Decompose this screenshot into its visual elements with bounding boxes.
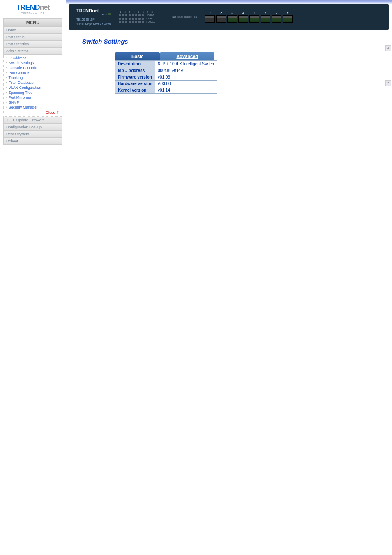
submenu-filter-database[interactable]: Filter Database: [4, 80, 62, 85]
device-model1: TE100-S810Fi: [76, 18, 111, 21]
tab-basic[interactable]: Basic: [115, 52, 160, 60]
device-logo: TRENDnet: [76, 8, 111, 13]
top-gradient: [66, 0, 392, 4]
scroll-down-icon[interactable]: ▾: [385, 80, 391, 86]
device-panel: TRENDnet PCB: TE100-S810Fi 10/100Mbps NW…: [69, 4, 389, 30]
submenu-snmp[interactable]: SNMP: [4, 100, 62, 105]
menu-port-statistics[interactable]: Port Statistics: [3, 41, 62, 48]
device-pcb: PCB:: [76, 13, 111, 16]
tab-advanced[interactable]: Advanced: [160, 52, 214, 60]
submenu-trunking[interactable]: Trunking: [4, 75, 62, 80]
close-arrow-icon: ⬆: [56, 111, 60, 115]
submenu-close[interactable]: Close ⬆: [4, 110, 62, 116]
led-label-fdcol: FD/COL: [146, 21, 155, 23]
submenu-port-mirroring[interactable]: Port Mirroring: [4, 95, 62, 100]
led-label-link: LK/ACT: [146, 17, 155, 20]
menu-reboot[interactable]: Reboot: [3, 138, 62, 145]
submenu-spanning-tree[interactable]: Spanning Tree: [4, 90, 62, 95]
ports-section: 12345678: [205, 12, 293, 23]
menu-administrator[interactable]: Administrator: [3, 48, 62, 55]
port-4[interactable]: [238, 15, 248, 23]
divider: [164, 9, 164, 25]
port-1[interactable]: [205, 15, 215, 23]
menu-home[interactable]: Home: [3, 27, 62, 34]
label-hardware: Hardware version: [115, 81, 155, 87]
port-5[interactable]: [249, 15, 259, 23]
menu-tftp[interactable]: TFTP Update Firmware: [3, 117, 62, 124]
submenu-port-controls[interactable]: Port Controls: [4, 70, 62, 75]
table-row: Description 6TP + 100FX Intelligent Swit…: [115, 61, 217, 67]
value-description: 6TP + 100FX Intelligent Switch: [155, 61, 217, 67]
menu-config-backup[interactable]: Configuration Backup: [3, 124, 62, 131]
logo-part1: TREND: [16, 3, 40, 12]
brand-logo: TRENDnet TRENDware, USA: [3, 3, 62, 14]
menu-port-status[interactable]: Port Status: [3, 34, 62, 41]
table-row: Firmware version v01.03: [115, 74, 217, 81]
submenu-switch-settings[interactable]: Switch Settings: [4, 60, 62, 65]
logo-tagline: TRENDware, USA: [21, 12, 44, 14]
tabs: Basic Advanced: [115, 52, 376, 60]
value-hardware: A03.00: [155, 81, 217, 87]
value-kernel: v01.14: [155, 87, 217, 94]
port-8[interactable]: [283, 15, 293, 23]
table-row: Hardware version A03.00: [115, 81, 217, 87]
port-3[interactable]: [227, 15, 237, 23]
logo-part2: net: [40, 3, 50, 12]
port-2[interactable]: [216, 15, 226, 23]
device-brand-block: TRENDnet PCB: TE100-S810Fi 10/100Mbps NW…: [76, 8, 111, 25]
page-title: Switch Settings: [82, 38, 128, 46]
menu-reset-system[interactable]: Reset System: [3, 131, 62, 138]
led-label-speed: 10/100: [146, 14, 154, 16]
table-row: MAC Address 000f3869f149: [115, 67, 217, 74]
submenu-ip-address[interactable]: IP Address: [4, 56, 62, 60]
port-7[interactable]: [272, 15, 281, 23]
submenu-console-port[interactable]: Console Port Info: [4, 65, 62, 70]
submenu-vlan-config[interactable]: VLAN Configuration: [4, 85, 62, 90]
table-row: Kernel version v01.14: [115, 87, 217, 94]
value-firmware: v01.03: [155, 74, 217, 81]
label-firmware: Firmware version: [115, 74, 155, 81]
label-mac: MAC Address: [115, 67, 155, 74]
label-kernel: Kernel version: [115, 87, 155, 94]
label-description: Description: [115, 61, 155, 67]
port-6[interactable]: [261, 15, 270, 23]
submenu-security-manager[interactable]: Security Manager: [4, 105, 62, 110]
value-mac: 000f3869f149: [155, 67, 217, 74]
menu-header: MENU: [3, 18, 62, 27]
led-grid: 12345678 10/100 LK/ACT FD/COL: [119, 11, 155, 23]
scroll-up-icon[interactable]: ▴: [385, 45, 391, 51]
settings-table: Description 6TP + 100FX Intelligent Swit…: [115, 60, 217, 94]
hw-module-text: Not install module!! Ba: [172, 16, 197, 18]
device-model2: 10/100Mbps NWAY Switch: [76, 23, 111, 25]
admin-submenu: IP Address Switch Settings Console Port …: [3, 55, 62, 117]
